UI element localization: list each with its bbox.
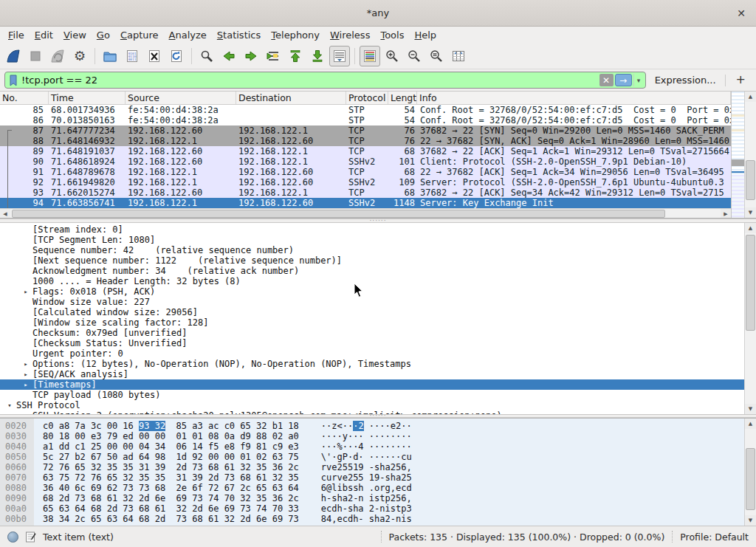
packet-row-87[interactable]: 8771.647777234192.168.122.60192.168.122.… (0, 125, 731, 136)
hscroll-left-arrow[interactable]: ◀ (0, 209, 10, 218)
detail-line[interactable]: Sequence number: 42 (relative sequence n… (0, 245, 744, 255)
detail-line[interactable]: ▸Flags: 0x018 (PSH, ACK) (0, 286, 744, 297)
save-file-button[interactable]: 010101100011 (122, 46, 142, 66)
detail-line[interactable]: [Window size scaling factor: 128] (0, 317, 744, 328)
menu-wireless[interactable]: Wireless (325, 28, 375, 42)
detail-line[interactable]: TCP payload (1080 bytes) (0, 390, 744, 400)
go-back-button[interactable] (219, 46, 239, 66)
hex-row-0050[interactable]: 00505c 27 b2 67 50 ad 64 98 1d 92 00 00 … (0, 452, 744, 462)
packet-row-94[interactable]: 9471.663856741192.168.122.1192.168.122.6… (0, 198, 731, 208)
hex-scroll-thumb[interactable] (746, 448, 755, 510)
find-packet-button[interactable] (196, 46, 217, 66)
packet-row-90[interactable]: 9071.648618924192.168.122.60192.168.122.… (0, 156, 731, 167)
menu-capture[interactable]: Capture (115, 28, 164, 42)
detail-line[interactable]: ▾SSH Protocol (0, 400, 744, 410)
detail-line[interactable]: [Next sequence number: 1122 (relative se… (0, 255, 744, 266)
detail-line[interactable]: [TCP Segment Len: 1080] (0, 235, 744, 245)
column-header-length[interactable]: Length (388, 92, 417, 104)
display-filter-input[interactable] (18, 75, 599, 86)
colorize-packets-button[interactable] (360, 46, 380, 66)
menu-go[interactable]: Go (92, 28, 115, 42)
capture-options-button[interactable]: ⚙ (69, 46, 90, 66)
menu-analyze[interactable]: Analyze (164, 28, 212, 42)
details-scroll-thumb[interactable] (746, 235, 755, 330)
hex-row-0030[interactable]: 003080 18 00 e3 79 ed 00 00 01 01 08 0a … (0, 431, 744, 441)
menu-file[interactable]: File (3, 28, 30, 42)
reload-file-button[interactable] (166, 46, 187, 66)
vscroll-thumb[interactable] (746, 160, 755, 200)
packet-list-hscrollbar[interactable]: ◀ ▶ (0, 208, 731, 218)
hex-scroll-up-arrow[interactable]: ▲ (745, 419, 756, 429)
hscroll-thumb[interactable] (12, 210, 665, 218)
expert-info-icon[interactable] (7, 531, 18, 543)
column-header-info[interactable]: Info (417, 92, 731, 104)
column-header-time[interactable]: Time (49, 92, 126, 104)
expander-closed-icon[interactable]: ▸ (19, 286, 32, 297)
expander-closed-icon[interactable]: ▸ (19, 369, 32, 379)
hscroll-right-arrow[interactable]: ▶ (721, 209, 731, 218)
filter-clear-button[interactable]: ✕ (599, 74, 614, 86)
go-last-packet-button[interactable] (307, 46, 328, 66)
menu-edit[interactable]: Edit (30, 28, 58, 42)
hex-row-0060[interactable]: 006072 76 65 32 35 35 31 39 2d 73 68 61 … (0, 462, 744, 472)
detail-line[interactable]: [Checksum Status: Unverified] (0, 338, 744, 348)
expander-closed-icon[interactable]: ▸ (19, 379, 32, 390)
vscroll-up-arrow[interactable]: ▲ (745, 92, 756, 102)
details-scroll-down-arrow[interactable]: ▼ (745, 404, 756, 414)
packet-row-93[interactable]: 9371.662015274192.168.122.60192.168.122.… (0, 188, 731, 198)
hex-row-0080[interactable]: 008036 40 6c 69 62 73 73 68 2e 6f 72 67 … (0, 483, 744, 493)
hex-row-0020[interactable]: 0020c0 a8 7a 3c 00 16 93 32 85 a3 ac c0 … (0, 421, 744, 431)
detail-line[interactable]: ▸[SEQ/ACK analysis] (0, 369, 744, 379)
packet-row-89[interactable]: 8971.648191037192.168.122.60192.168.122.… (0, 146, 731, 156)
bookmark-icon[interactable] (8, 74, 18, 87)
add-filter-button[interactable]: + (732, 72, 750, 88)
open-file-button[interactable] (100, 46, 120, 66)
hex-row-0070[interactable]: 007063 75 72 76 65 32 35 35 31 39 2d 73 … (0, 472, 744, 483)
detail-line[interactable]: ▸[Timestamps] (0, 379, 744, 390)
start-capture-button[interactable] (3, 46, 24, 66)
go-first-packet-button[interactable] (285, 46, 306, 66)
menu-tools[interactable]: Tools (375, 28, 409, 42)
restart-capture-button[interactable] (47, 46, 68, 66)
menu-view[interactable]: View (58, 28, 92, 42)
column-header-no[interactable]: No. (0, 92, 49, 104)
display-filter-field[interactable]: ✕ → ▾ (4, 72, 646, 89)
detail-line[interactable]: [Stream index: 0] (0, 224, 744, 235)
column-header-source[interactable]: Source (126, 92, 236, 104)
detail-line[interactable]: Acknowledgment number: 34 (relative ack … (0, 266, 744, 276)
expander-open-icon[interactable]: ▾ (3, 400, 16, 410)
packet-row-91[interactable]: 9171.648789678192.168.122.1192.168.122.6… (0, 167, 731, 177)
detail-line[interactable]: Urgent pointer: 0 (0, 348, 744, 359)
hex-vscrollbar[interactable]: ▲ ▼ (744, 419, 756, 526)
hex-row-0090[interactable]: 009068 2d 73 68 61 32 2d 6e 69 73 74 70 … (0, 493, 744, 503)
details-vscrollbar[interactable]: ▲ ▼ (744, 223, 756, 414)
menu-statistics[interactable]: Statistics (212, 28, 266, 42)
column-header-protocol[interactable]: Protocol (346, 92, 388, 104)
close-window-button[interactable]: ✕ (735, 7, 748, 20)
zoom-in-button[interactable] (382, 46, 402, 66)
detail-line[interactable]: 1000 .... = Header Length: 32 bytes (8) (0, 276, 744, 286)
vscroll-down-arrow[interactable]: ▼ (745, 207, 756, 218)
profile-status[interactable]: Profile: Default (680, 531, 749, 543)
stop-capture-button[interactable] (25, 46, 46, 66)
detail-line[interactable]: ▸Options: (12 bytes), No-Operation (NOP)… (0, 359, 744, 369)
filter-apply-button[interactable]: → (615, 74, 632, 86)
hex-row-00a0[interactable]: 00a065 63 64 68 2d 73 68 61 32 2d 6e 69 … (0, 503, 744, 514)
zoom-reset-button[interactable] (426, 46, 447, 66)
hex-scroll-down-arrow[interactable]: ▼ (745, 515, 756, 526)
column-header-destination[interactable]: Destination (236, 92, 346, 104)
detail-line[interactable]: [Calculated window size: 29056] (0, 307, 744, 317)
hex-row-00b0[interactable]: 00b038 34 2c 65 63 64 68 2d 73 68 61 32 … (0, 514, 744, 524)
packet-row-86[interactable]: 8670.013850163fe:54:00:d4:38:2aSTP54Conf… (0, 115, 731, 125)
packet-minimap[interactable] (731, 92, 744, 218)
packet-row-85[interactable]: 8568.001734936fe:54:00:d4:38:2aSTP54Conf… (0, 105, 731, 115)
expander-closed-icon[interactable]: ▸ (19, 359, 32, 369)
auto-scroll-button[interactable] (329, 46, 350, 66)
close-file-button[interactable] (144, 46, 165, 66)
packet-list-vscrollbar[interactable]: ▲ ▼ (744, 92, 756, 218)
capture-comment-icon[interactable] (25, 531, 36, 543)
packet-row-92[interactable]: 9271.661949820192.168.122.1192.168.122.6… (0, 177, 731, 188)
expression-button[interactable]: Expression... (652, 75, 719, 86)
menu-telephony[interactable]: Telephony (266, 28, 325, 42)
details-scroll-up-arrow[interactable]: ▲ (745, 223, 756, 233)
